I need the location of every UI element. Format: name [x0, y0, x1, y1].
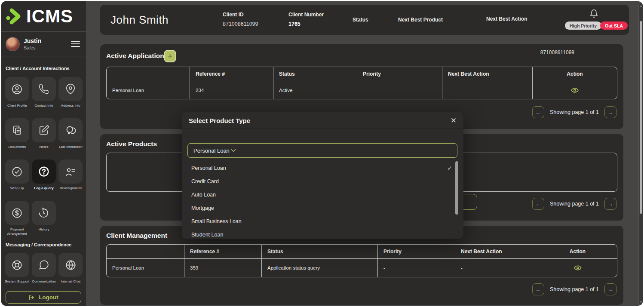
dollar-circle-icon	[11, 207, 23, 219]
previous-page-button[interactable]: ←	[532, 198, 544, 210]
pagination: ← Showing page 1 of 1 →	[532, 198, 616, 210]
life-buoy-icon	[11, 259, 23, 271]
view-action-button[interactable]	[538, 259, 617, 277]
logo: ICMS	[1, 1, 86, 32]
pagination-text: Showing page 1 of 1	[550, 109, 599, 115]
next-page-button[interactable]: →	[604, 198, 616, 210]
sidebar-item-payment-arrangement[interactable]: Payment Arrangement	[4, 201, 30, 235]
next-page-button[interactable]: →	[604, 106, 616, 118]
previous-page-button[interactable]: ←	[532, 106, 544, 118]
close-icon[interactable]: ✕	[451, 117, 457, 124]
menu-icon[interactable]	[71, 39, 80, 49]
icms-app: ICMS Justin Sales Client / Account Inter…	[1, 1, 643, 306]
logo-chevron-icon	[6, 6, 25, 26]
avatar	[6, 37, 20, 51]
pagination-text: Showing page 1 of 1	[550, 201, 599, 207]
globe-icon	[65, 259, 77, 271]
client-management-table: Reference # Status Priority Next Best Ac…	[106, 244, 617, 277]
sidebar-tile-grid: Client Profile Contact Info Address Info…	[4, 77, 83, 235]
user-profile: Justin Sales	[1, 32, 86, 56]
scroll-up-icon[interactable]: ▲	[639, 4, 643, 7]
sidebar-item-client-profile[interactable]: Client Profile	[4, 77, 30, 111]
page-scrollbar[interactable]: ▲ ▼	[638, 3, 643, 305]
chevron-down-icon	[230, 147, 237, 154]
logout-button[interactable]: Logout	[6, 291, 81, 304]
modal-title: Select Product Type	[189, 117, 250, 124]
option-student-loan[interactable]: Student Loan	[187, 228, 452, 239]
client-header: John Smith Client ID 871008611099 Client…	[100, 5, 629, 35]
product-type-select[interactable]: Personal Loan	[187, 143, 457, 158]
logout-label: Logout	[39, 294, 58, 301]
pagination-text: Showing page 1 of 1	[550, 286, 599, 292]
sidebar-section-label: Messaging / Correspondence	[6, 242, 71, 247]
option-credit-card[interactable]: Credit Card	[187, 175, 452, 188]
notifications-bell-icon[interactable]	[589, 9, 598, 18]
previous-page-button[interactable]: ←	[532, 283, 544, 295]
sidebar-item-documents[interactable]: Documents	[4, 118, 30, 153]
option-auto-loan[interactable]: Auto Loan	[187, 188, 452, 201]
chat-bubble-icon	[38, 259, 49, 270]
option-personal-loan[interactable]: Personal Loan ✓	[187, 161, 452, 175]
sidebar-item-reassignment[interactable]: Reassignment	[58, 160, 83, 194]
option-mortgage[interactable]: Mortgage	[187, 201, 452, 215]
note-edit-icon	[38, 125, 49, 136]
eye-icon	[570, 86, 579, 95]
product-type-listbox: Personal Loan ✓ Credit Card Auto Loan Mo…	[187, 161, 452, 239]
user-role: Sales	[24, 45, 41, 50]
user-name: Justin	[24, 37, 41, 44]
add-application-button[interactable]: +	[164, 50, 176, 62]
dropdown-scrollbar[interactable]	[455, 161, 458, 215]
eye-icon	[573, 264, 582, 272]
sidebar-tile-grid: System Support Communication Internal Ch…	[4, 253, 83, 287]
sidebar-item-contact-info[interactable]: Contact Info	[31, 77, 56, 111]
table-row: Personal Loan 359 Application status que…	[107, 259, 617, 277]
scroll-down-icon[interactable]: ▼	[639, 301, 643, 304]
next-best-product-field: Next Best Product	[398, 17, 443, 23]
check-circle-icon	[11, 166, 23, 178]
sidebar-section-label: Client / Account Interactions	[6, 66, 70, 71]
status-field: Status	[353, 17, 368, 23]
client-id-field: Client ID 871008611099	[223, 12, 258, 27]
client-id-value: 871008611099	[223, 21, 258, 27]
sidebar-item-internal-chat[interactable]: Internal Chat	[58, 253, 83, 287]
clock-history-icon	[38, 207, 49, 219]
question-circle-icon	[38, 166, 50, 178]
table-row: Personal Loan 234 Active -	[107, 81, 617, 99]
scrollbar-thumb[interactable]	[640, 21, 642, 214]
selected-product-type: Personal Loan	[193, 147, 230, 154]
next-best-action-field: Next Best Action	[486, 16, 527, 22]
select-product-type-modal: Select Product Type ✕ Personal Loan Pers…	[182, 112, 463, 239]
pagination: ← Showing page 1 of 1 →	[532, 283, 616, 295]
sidebar-item-last-interaction[interactable]: Last Interaction	[58, 118, 83, 153]
view-action-button[interactable]	[533, 81, 617, 99]
sidebar-item-address-info[interactable]: Address Info	[58, 77, 83, 111]
sidebar-item-wrap-up[interactable]: Wrap Up	[4, 160, 30, 194]
high-priority-badge: High Priority	[565, 21, 601, 30]
sidebar-item-notes[interactable]: Notes	[31, 118, 56, 153]
section-title: Active Products	[106, 140, 157, 148]
section-title: Client Management	[106, 232, 167, 239]
active-application-table: Reference # Status Priority Next Best Ac…	[106, 67, 617, 99]
map-pin-icon	[65, 83, 76, 95]
client-name: John Smith	[110, 13, 169, 27]
sidebar-item-log-a-query[interactable]: Log a query	[31, 160, 56, 194]
client-number-field: Client Number 1765	[288, 12, 324, 27]
sidebar-item-communication[interactable]: Communication	[31, 253, 56, 287]
documents-icon	[12, 125, 23, 136]
next-page-button[interactable]: →	[604, 283, 616, 295]
client-number-value: 1765	[288, 21, 324, 27]
sidebar-item-history[interactable]: History	[31, 201, 56, 235]
window-frame: ICMS Justin Sales Client / Account Inter…	[0, 0, 644, 307]
section-client-id: 871008611099	[540, 49, 574, 55]
selected-check-icon: ✓	[447, 165, 452, 172]
user-circle-icon	[11, 83, 23, 95]
sidebar: ICMS Justin Sales Client / Account Inter…	[1, 1, 86, 306]
pagination: ← Showing page 1 of 1 →	[532, 106, 616, 118]
logout-icon	[28, 294, 35, 301]
table-header-row: Reference # Status Priority Next Best Ac…	[107, 67, 617, 81]
out-sla-badge: Out SLA	[600, 21, 628, 30]
table-header-row: Reference # Status Priority Next Best Ac…	[107, 245, 617, 259]
option-small-business-loan[interactable]: Small Business Loan	[187, 215, 452, 228]
person-list-icon	[65, 166, 77, 178]
sidebar-item-system-support[interactable]: System Support	[4, 253, 30, 287]
